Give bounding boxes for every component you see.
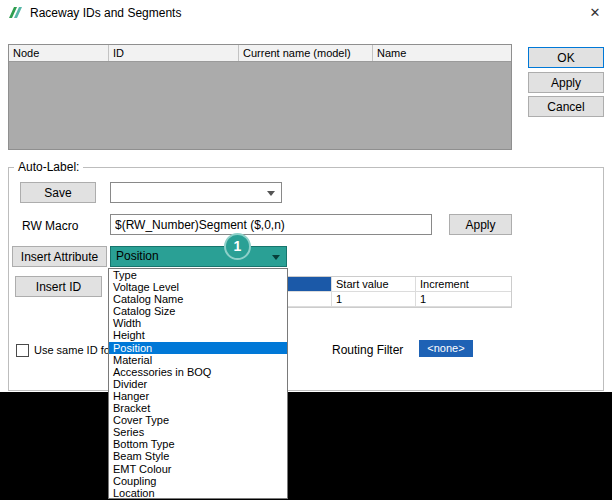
dropdown-item[interactable]: Voltage Level xyxy=(109,281,287,293)
id-table-selected-cell[interactable] xyxy=(287,277,332,292)
column-header-current-name[interactable]: Current name (model) xyxy=(239,45,373,61)
dropdown-item[interactable]: Position xyxy=(109,342,287,354)
close-icon[interactable]: ✕ xyxy=(584,3,606,23)
routing-filter-label: Routing Filter xyxy=(332,343,403,357)
id-settings-table: Start value Increment 1 1 xyxy=(286,276,512,308)
dropdown-item[interactable]: Accessories in BOQ xyxy=(109,366,287,378)
ok-button[interactable]: OK xyxy=(528,47,604,68)
dropdown-item[interactable]: Catalog Size xyxy=(109,305,287,317)
dropdown-item[interactable]: Catalog Name xyxy=(109,293,287,305)
segments-table-body[interactable] xyxy=(9,62,511,149)
segments-table-header: Node ID Current name (model) Name xyxy=(9,45,511,62)
saved-label-combo[interactable] xyxy=(110,182,282,203)
raceway-ids-dialog: Raceway IDs and Segments ✕ Node ID Curre… xyxy=(0,0,612,392)
macro-apply-button[interactable]: Apply xyxy=(449,214,512,235)
dropdown-item[interactable]: Cover Type xyxy=(109,414,287,426)
id-table-cell-start-value[interactable]: 1 xyxy=(332,292,416,307)
dropdown-item[interactable]: Material xyxy=(109,354,287,366)
dropdown-item[interactable]: Hanger xyxy=(109,390,287,402)
id-table-header-start-value: Start value xyxy=(332,277,416,292)
dropdown-item[interactable]: Location xyxy=(109,487,287,499)
dropdown-item[interactable]: Bottom Type xyxy=(109,438,287,450)
dropdown-item[interactable]: Divider xyxy=(109,378,287,390)
dropdown-item[interactable]: Bracket xyxy=(109,402,287,414)
annotation-badge-1: 1 xyxy=(224,233,251,260)
app-icon xyxy=(8,5,23,20)
dropdown-item[interactable]: EMT Colour xyxy=(109,463,287,475)
segments-table: Node ID Current name (model) Name xyxy=(8,44,512,150)
id-table-cell-empty[interactable] xyxy=(287,292,332,307)
insert-attribute-button[interactable]: Insert Attribute xyxy=(12,246,107,267)
use-same-id-checkbox[interactable] xyxy=(16,344,29,357)
dropdown-item[interactable]: Beam Style xyxy=(109,450,287,462)
attribute-dropdown-list: TypeVoltage LevelCatalog NameCatalog Siz… xyxy=(108,268,288,499)
id-table-cell-increment[interactable]: 1 xyxy=(416,292,511,307)
rw-macro-input[interactable] xyxy=(110,214,432,235)
chevron-down-icon xyxy=(267,191,275,196)
column-header-node[interactable]: Node xyxy=(9,45,109,61)
title-bar: Raceway IDs and Segments ✕ xyxy=(0,0,612,26)
column-header-id[interactable]: ID xyxy=(109,45,239,61)
column-header-name[interactable]: Name xyxy=(373,45,511,61)
rw-macro-label: RW Macro xyxy=(22,219,78,233)
window-title: Raceway IDs and Segments xyxy=(30,6,181,20)
dropdown-item[interactable]: Coupling xyxy=(109,475,287,487)
screen: Raceway IDs and Segments ✕ Node ID Curre… xyxy=(0,0,612,500)
routing-filter-value[interactable]: <none> xyxy=(419,340,473,357)
attribute-combo-value: Position xyxy=(116,249,159,263)
dropdown-item[interactable]: Series xyxy=(109,426,287,438)
chevron-down-icon xyxy=(272,255,280,260)
insert-id-button[interactable]: Insert ID xyxy=(15,276,102,297)
dropdown-item[interactable]: Height xyxy=(109,329,287,341)
attribute-combo[interactable]: Position xyxy=(110,246,287,267)
use-same-id-label: Use same ID fo xyxy=(34,344,110,356)
save-button[interactable]: Save xyxy=(20,182,96,203)
cancel-button[interactable]: Cancel xyxy=(528,96,604,117)
dropdown-item[interactable]: Type xyxy=(109,269,287,281)
auto-label-group-label: Auto-Label: xyxy=(14,160,83,174)
apply-button[interactable]: Apply xyxy=(528,72,604,93)
dropdown-item[interactable]: Width xyxy=(109,317,287,329)
id-table-header-increment: Increment xyxy=(416,277,511,292)
